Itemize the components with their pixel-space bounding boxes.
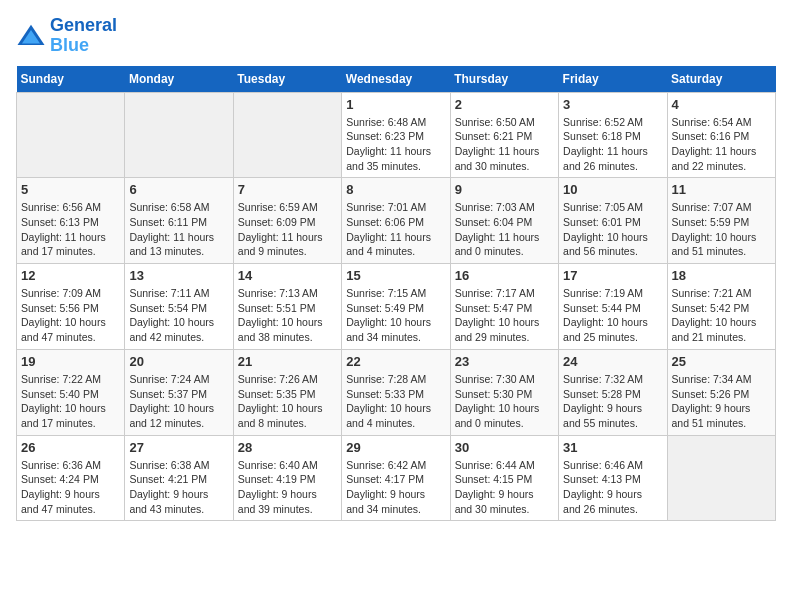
column-header-wednesday: Wednesday — [342, 66, 450, 93]
day-number: 7 — [238, 182, 337, 197]
column-header-thursday: Thursday — [450, 66, 558, 93]
day-number: 28 — [238, 440, 337, 455]
day-info: Sunrise: 6:50 AM Sunset: 6:21 PM Dayligh… — [455, 115, 554, 174]
day-info: Sunrise: 7:15 AM Sunset: 5:49 PM Dayligh… — [346, 286, 445, 345]
day-number: 26 — [21, 440, 120, 455]
day-number: 5 — [21, 182, 120, 197]
calendar-cell: 21Sunrise: 7:26 AM Sunset: 5:35 PM Dayli… — [233, 349, 341, 435]
calendar-cell: 5Sunrise: 6:56 AM Sunset: 6:13 PM Daylig… — [17, 178, 125, 264]
day-info: Sunrise: 7:21 AM Sunset: 5:42 PM Dayligh… — [672, 286, 771, 345]
day-info: Sunrise: 7:26 AM Sunset: 5:35 PM Dayligh… — [238, 372, 337, 431]
calendar-cell — [125, 92, 233, 178]
calendar-cell: 16Sunrise: 7:17 AM Sunset: 5:47 PM Dayli… — [450, 264, 558, 350]
column-header-monday: Monday — [125, 66, 233, 93]
day-info: Sunrise: 7:28 AM Sunset: 5:33 PM Dayligh… — [346, 372, 445, 431]
calendar-cell: 7Sunrise: 6:59 AM Sunset: 6:09 PM Daylig… — [233, 178, 341, 264]
day-info: Sunrise: 6:38 AM Sunset: 4:21 PM Dayligh… — [129, 458, 228, 517]
calendar-cell: 24Sunrise: 7:32 AM Sunset: 5:28 PM Dayli… — [559, 349, 667, 435]
day-info: Sunrise: 6:46 AM Sunset: 4:13 PM Dayligh… — [563, 458, 662, 517]
day-number: 1 — [346, 97, 445, 112]
calendar-cell: 2Sunrise: 6:50 AM Sunset: 6:21 PM Daylig… — [450, 92, 558, 178]
day-info: Sunrise: 7:05 AM Sunset: 6:01 PM Dayligh… — [563, 200, 662, 259]
day-number: 11 — [672, 182, 771, 197]
calendar-cell: 6Sunrise: 6:58 AM Sunset: 6:11 PM Daylig… — [125, 178, 233, 264]
calendar-cell: 12Sunrise: 7:09 AM Sunset: 5:56 PM Dayli… — [17, 264, 125, 350]
day-number: 20 — [129, 354, 228, 369]
calendar-cell: 18Sunrise: 7:21 AM Sunset: 5:42 PM Dayli… — [667, 264, 775, 350]
day-info: Sunrise: 7:32 AM Sunset: 5:28 PM Dayligh… — [563, 372, 662, 431]
day-number: 23 — [455, 354, 554, 369]
calendar-cell: 14Sunrise: 7:13 AM Sunset: 5:51 PM Dayli… — [233, 264, 341, 350]
day-number: 3 — [563, 97, 662, 112]
calendar-cell: 29Sunrise: 6:42 AM Sunset: 4:17 PM Dayli… — [342, 435, 450, 521]
logo-text: General Blue — [50, 16, 117, 56]
day-info: Sunrise: 6:44 AM Sunset: 4:15 PM Dayligh… — [455, 458, 554, 517]
page-header: General Blue — [16, 16, 776, 56]
day-info: Sunrise: 7:13 AM Sunset: 5:51 PM Dayligh… — [238, 286, 337, 345]
day-number: 9 — [455, 182, 554, 197]
day-info: Sunrise: 6:58 AM Sunset: 6:11 PM Dayligh… — [129, 200, 228, 259]
calendar-cell: 1Sunrise: 6:48 AM Sunset: 6:23 PM Daylig… — [342, 92, 450, 178]
day-number: 8 — [346, 182, 445, 197]
day-number: 19 — [21, 354, 120, 369]
calendar-cell: 10Sunrise: 7:05 AM Sunset: 6:01 PM Dayli… — [559, 178, 667, 264]
day-info: Sunrise: 6:54 AM Sunset: 6:16 PM Dayligh… — [672, 115, 771, 174]
day-info: Sunrise: 6:59 AM Sunset: 6:09 PM Dayligh… — [238, 200, 337, 259]
calendar-cell: 9Sunrise: 7:03 AM Sunset: 6:04 PM Daylig… — [450, 178, 558, 264]
column-header-saturday: Saturday — [667, 66, 775, 93]
day-info: Sunrise: 7:17 AM Sunset: 5:47 PM Dayligh… — [455, 286, 554, 345]
calendar-cell: 20Sunrise: 7:24 AM Sunset: 5:37 PM Dayli… — [125, 349, 233, 435]
calendar-cell: 27Sunrise: 6:38 AM Sunset: 4:21 PM Dayli… — [125, 435, 233, 521]
calendar-cell: 8Sunrise: 7:01 AM Sunset: 6:06 PM Daylig… — [342, 178, 450, 264]
day-number: 15 — [346, 268, 445, 283]
calendar-cell: 13Sunrise: 7:11 AM Sunset: 5:54 PM Dayli… — [125, 264, 233, 350]
column-header-tuesday: Tuesday — [233, 66, 341, 93]
calendar-cell: 23Sunrise: 7:30 AM Sunset: 5:30 PM Dayli… — [450, 349, 558, 435]
day-number: 6 — [129, 182, 228, 197]
day-info: Sunrise: 6:52 AM Sunset: 6:18 PM Dayligh… — [563, 115, 662, 174]
day-number: 29 — [346, 440, 445, 455]
day-number: 13 — [129, 268, 228, 283]
calendar-cell: 19Sunrise: 7:22 AM Sunset: 5:40 PM Dayli… — [17, 349, 125, 435]
day-number: 17 — [563, 268, 662, 283]
day-number: 22 — [346, 354, 445, 369]
day-number: 12 — [21, 268, 120, 283]
logo: General Blue — [16, 16, 117, 56]
day-number: 21 — [238, 354, 337, 369]
day-info: Sunrise: 7:03 AM Sunset: 6:04 PM Dayligh… — [455, 200, 554, 259]
column-header-friday: Friday — [559, 66, 667, 93]
calendar-cell: 3Sunrise: 6:52 AM Sunset: 6:18 PM Daylig… — [559, 92, 667, 178]
day-info: Sunrise: 7:09 AM Sunset: 5:56 PM Dayligh… — [21, 286, 120, 345]
column-header-sunday: Sunday — [17, 66, 125, 93]
calendar-cell: 30Sunrise: 6:44 AM Sunset: 4:15 PM Dayli… — [450, 435, 558, 521]
day-info: Sunrise: 6:42 AM Sunset: 4:17 PM Dayligh… — [346, 458, 445, 517]
day-info: Sunrise: 7:07 AM Sunset: 5:59 PM Dayligh… — [672, 200, 771, 259]
day-info: Sunrise: 7:19 AM Sunset: 5:44 PM Dayligh… — [563, 286, 662, 345]
day-number: 2 — [455, 97, 554, 112]
day-info: Sunrise: 7:24 AM Sunset: 5:37 PM Dayligh… — [129, 372, 228, 431]
calendar-cell: 11Sunrise: 7:07 AM Sunset: 5:59 PM Dayli… — [667, 178, 775, 264]
calendar-cell — [17, 92, 125, 178]
day-info: Sunrise: 6:36 AM Sunset: 4:24 PM Dayligh… — [21, 458, 120, 517]
calendar-cell: 22Sunrise: 7:28 AM Sunset: 5:33 PM Dayli… — [342, 349, 450, 435]
day-number: 14 — [238, 268, 337, 283]
calendar-cell: 15Sunrise: 7:15 AM Sunset: 5:49 PM Dayli… — [342, 264, 450, 350]
day-number: 24 — [563, 354, 662, 369]
day-info: Sunrise: 7:30 AM Sunset: 5:30 PM Dayligh… — [455, 372, 554, 431]
calendar-cell — [667, 435, 775, 521]
logo-icon — [16, 21, 46, 51]
day-info: Sunrise: 6:48 AM Sunset: 6:23 PM Dayligh… — [346, 115, 445, 174]
day-number: 25 — [672, 354, 771, 369]
day-number: 4 — [672, 97, 771, 112]
calendar-cell: 4Sunrise: 6:54 AM Sunset: 6:16 PM Daylig… — [667, 92, 775, 178]
calendar-cell — [233, 92, 341, 178]
calendar-cell: 26Sunrise: 6:36 AM Sunset: 4:24 PM Dayli… — [17, 435, 125, 521]
day-info: Sunrise: 6:56 AM Sunset: 6:13 PM Dayligh… — [21, 200, 120, 259]
day-info: Sunrise: 7:11 AM Sunset: 5:54 PM Dayligh… — [129, 286, 228, 345]
calendar-table: SundayMondayTuesdayWednesdayThursdayFrid… — [16, 66, 776, 522]
day-info: Sunrise: 7:22 AM Sunset: 5:40 PM Dayligh… — [21, 372, 120, 431]
calendar-cell: 28Sunrise: 6:40 AM Sunset: 4:19 PM Dayli… — [233, 435, 341, 521]
day-number: 31 — [563, 440, 662, 455]
day-number: 18 — [672, 268, 771, 283]
day-number: 30 — [455, 440, 554, 455]
